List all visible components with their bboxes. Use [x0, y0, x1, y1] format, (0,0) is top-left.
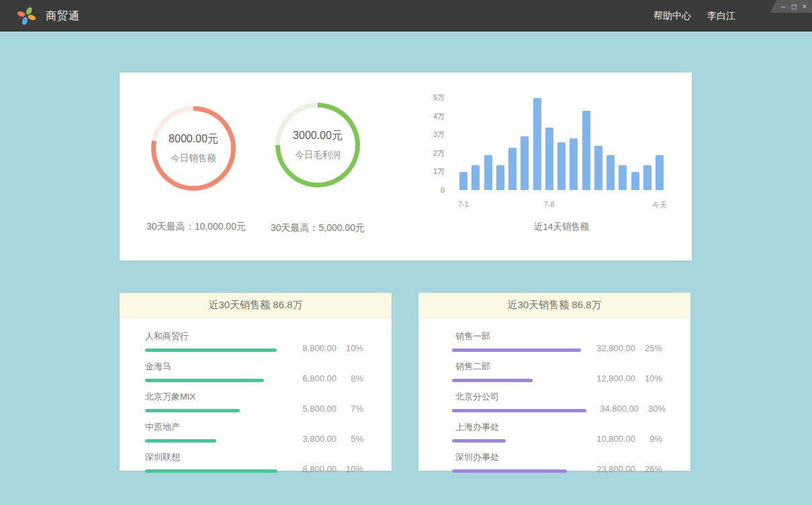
today-sales-value: 8000.00元 [169, 132, 218, 146]
username-link[interactable]: 李白江 [707, 10, 735, 22]
x-tick-label: 今天 [652, 200, 667, 210]
rank-row-value: 8,800.00 [284, 343, 336, 353]
sales-day-bar [557, 142, 566, 191]
sales-day-bar [459, 172, 467, 191]
rank-row: 人和商贸行8,800.0010% [145, 330, 363, 352]
dept-rank-header: 近30天销售额 86.8万 [418, 293, 690, 318]
rank-row-label: 北京分公司 [452, 391, 586, 403]
rank-row: 中原地产3,800.005% [145, 421, 363, 443]
help-center-link[interactable]: 帮助中心 [653, 10, 691, 22]
sales-day-bar [533, 98, 541, 191]
rank-row: 金海马6,800.008% [145, 361, 363, 382]
rank-row-bar [145, 349, 277, 352]
customer-rank-card: 近30天销售额 86.8万 人和商贸行8,800.0010%金海马6,800.0… [120, 293, 392, 471]
app-title: 商贸通 [46, 0, 80, 32]
y-tick-label: 0 [423, 185, 445, 195]
rank-row-value: 23,800.00 [583, 464, 635, 474]
summary-card: 8000.00元 今日销售额 30天最高：10,000.00元 3000.00元… [120, 73, 692, 261]
today-profit-value: 3000.00元 [293, 129, 343, 143]
rank-row-bar [452, 349, 581, 352]
today-profit-donut: 3000.00元 今日毛利润 [275, 103, 360, 187]
rank-row-label: 深圳联想 [145, 451, 284, 463]
rank-row-value: 6,800.00 [284, 373, 336, 383]
rank-row-label: 上海办事处 [452, 421, 583, 433]
rank-row-bar [452, 409, 586, 412]
sales-day-bar [496, 165, 504, 190]
rank-row-bar [145, 469, 277, 473]
sales-day-bar [594, 146, 602, 190]
rank-row-value: 32,800.00 [583, 343, 635, 353]
today-profit-label: 今日毛利润 [295, 149, 341, 161]
sales-day-bar [484, 155, 492, 190]
rank-row-percent: 7% [336, 404, 363, 414]
today-sales-donut: 8000.00元 今日销售额 [151, 106, 236, 191]
rank-row-percent: 10% [336, 464, 363, 474]
rank-row: 北京万象MIX5,800.007% [145, 391, 363, 412]
rank-row-label: 深圳办事处 [452, 451, 583, 463]
dept-rank-list: 销售一部32,800.0025%销售二部12,800.0010%北京分公司34,… [418, 318, 690, 473]
sales-day-bar [570, 138, 578, 190]
sales-day-bar [471, 165, 480, 190]
rank-row-percent: 25% [635, 343, 662, 353]
close-icon[interactable]: × [802, 3, 807, 10]
y-tick-label: 1万 [423, 167, 445, 176]
sales-day-bar [619, 165, 627, 190]
rank-row-bar [145, 439, 216, 443]
rank-row-bar [145, 379, 264, 382]
rank-row-percent: 10% [635, 373, 662, 383]
sales-day-bar [606, 155, 615, 190]
x-tick-label: 7-8 [544, 200, 555, 208]
today-sales-label: 今日销售额 [171, 152, 216, 165]
customer-rank-header: 近30天销售额 86.8万 [120, 293, 392, 318]
sales-day-bar [643, 165, 651, 190]
rank-row-label: 中原地产 [145, 421, 284, 433]
rank-row-label: 金海马 [145, 361, 284, 373]
rank-row-label: 销售二部 [452, 361, 583, 373]
rank-row-label: 人和商贸行 [145, 330, 284, 342]
rank-row-bar [452, 439, 506, 443]
rank-row-bar [145, 409, 240, 412]
rank-row-value: 34,800.00 [586, 404, 639, 414]
rank-row-label: 北京万象MIX [145, 391, 284, 403]
rank-row-value: 10,800.00 [583, 434, 635, 444]
y-tick-label: 2万 [423, 148, 445, 158]
rank-row-percent: 10% [336, 343, 363, 353]
rank-row-value: 3,800.00 [284, 434, 336, 444]
rank-row: 北京分公司34,800.0030% [452, 391, 662, 412]
rank-row-label: 销售一部 [452, 330, 583, 342]
rank-row-percent: 9% [635, 434, 662, 444]
app-logo-pinwheel-icon [16, 5, 37, 26]
y-tick-label: 3万 [423, 130, 445, 139]
dept-rank-card: 近30天销售额 86.8万 销售一部32,800.0025%销售二部12,800… [418, 293, 690, 471]
rank-row-percent: 26% [635, 464, 662, 474]
minimize-icon[interactable]: — [781, 3, 786, 10]
rank-row: 深圳办事处23,800.0026% [452, 451, 662, 473]
y-tick-label: 4万 [423, 111, 445, 121]
sales-chart-y-axis: 5万4万3万2万1万0 [423, 93, 445, 195]
sales-30d-max: 30天最高：10,000.00元 [146, 221, 246, 233]
customer-rank-list: 人和商贸行8,800.0010%金海马6,800.008%北京万象MIX5,80… [120, 318, 392, 473]
rank-row: 深圳联想8,800.0010% [145, 451, 363, 473]
rank-row: 销售二部12,800.0010% [452, 361, 662, 382]
maximize-icon[interactable]: □ [792, 3, 797, 10]
rank-row-percent: 8% [336, 373, 363, 383]
rank-row: 销售一部32,800.0025% [452, 330, 662, 352]
rank-row-value: 5,800.00 [284, 404, 336, 414]
sales-14d-bar-chart [459, 97, 664, 190]
window-controls: — □ × [770, 0, 812, 13]
profit-30d-max: 30天最高：5,000.00元 [271, 222, 365, 234]
sales-day-bar [508, 148, 516, 190]
rank-row: 上海办事处10,800.009% [452, 421, 662, 443]
titlebar: 商贸通 帮助中心 李白江 — □ × [0, 0, 812, 32]
rank-row-percent: 30% [639, 404, 666, 414]
rank-row-value: 8,800.00 [284, 464, 336, 474]
y-tick-label: 5万 [423, 93, 445, 102]
rank-row-value: 12,800.00 [583, 373, 635, 383]
sales-day-bar [582, 111, 590, 190]
sales-day-bar [656, 155, 664, 190]
rank-row-bar [452, 469, 567, 473]
sales-day-bar [631, 172, 639, 191]
x-tick-label: 7-1 [458, 200, 469, 208]
sales-day-bar [521, 136, 529, 190]
sales-day-bar [545, 128, 553, 191]
